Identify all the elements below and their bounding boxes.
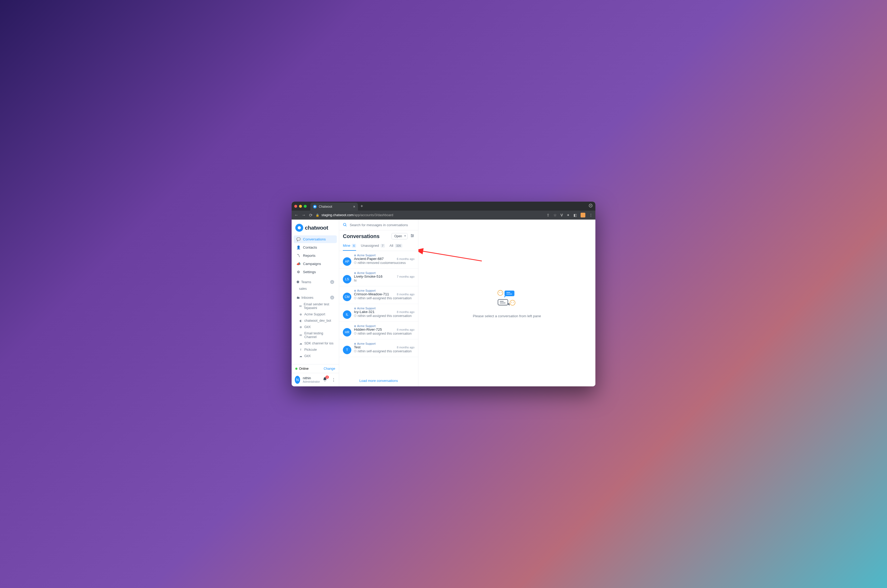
- inbox-type-icon: ✉: [299, 304, 302, 308]
- conversation-time: 6 months ago: [397, 257, 415, 261]
- inbox-type-icon: ☁: [299, 342, 302, 345]
- contact-name: Icy-Lake-321: [354, 310, 374, 314]
- inbox-item[interactable]: ☁GitX: [292, 353, 339, 359]
- nav-reports[interactable]: 〽 Reports: [294, 252, 337, 260]
- conversation-item[interactable]: TAcme SupportTest8 months agonithin self…: [339, 339, 418, 357]
- inbox-type-icon: ◐: [299, 319, 302, 322]
- conversation-tab[interactable]: Unassigned7: [361, 242, 385, 251]
- url-input[interactable]: 🔒 staging.chatwoot.com/app/accounts/3/da…: [316, 213, 543, 217]
- inbox-label: Email sender test Tejaswini: [304, 303, 336, 310]
- panel-icon[interactable]: ◧: [573, 213, 577, 217]
- folder-icon: 🖿: [296, 296, 300, 300]
- tab-count: 7: [380, 244, 385, 248]
- logo[interactable]: chatwoot: [292, 220, 339, 236]
- status-dot-icon: [295, 368, 298, 370]
- teams-icon: ⚉: [296, 280, 299, 284]
- status-row: Online Change: [292, 364, 339, 373]
- maximize-window-icon[interactable]: [304, 205, 307, 208]
- nav-conversations[interactable]: 💬 Conversations: [294, 236, 337, 243]
- conversation-item[interactable]: APAcme SupportAncient-Paper-6876 months …: [339, 251, 418, 268]
- inbox-label: chatwoot_dev_bot: [304, 319, 331, 322]
- share-icon[interactable]: ⇪: [547, 213, 550, 217]
- conversation-item[interactable]: ILAcme SupportIcy-Lake-3218 months agoni…: [339, 304, 418, 322]
- contact-name: Hidden-River-725: [354, 327, 382, 332]
- svg-point-8: [412, 237, 412, 237]
- svg-point-19: [511, 302, 512, 303]
- window-controls[interactable]: [294, 205, 307, 208]
- extensions-icon[interactable]: ✦: [567, 213, 570, 217]
- browser-window: Chatwoot × + ← → ⟳ 🔒 staging.chatwoot.co…: [292, 202, 595, 386]
- add-inbox-button[interactable]: +: [330, 296, 334, 300]
- contact-avatar: CM: [343, 292, 351, 301]
- inbox-item[interactable]: ◐chatwoot_dev_bot: [292, 318, 339, 324]
- nav-campaigns[interactable]: 📣 Campaigns: [294, 260, 337, 268]
- conversation-item[interactable]: LSAcme SupportLively-Smoke-5167 months a…: [339, 268, 418, 286]
- contact-name: Crimson-Meadow-711: [354, 292, 389, 296]
- browser-tab[interactable]: Chatwoot ×: [310, 202, 358, 211]
- load-more-button[interactable]: Load more conversations: [339, 375, 418, 386]
- browser-actions: ⇪ ☆ V ✦ ◧ ⋮: [547, 213, 593, 218]
- conversation-item[interactable]: HRAcme SupportHidden-River-7258 months a…: [339, 322, 418, 339]
- inbox-item[interactable]: ☁SDK channel for ios: [292, 340, 339, 346]
- user-avatar[interactable]: N: [295, 376, 300, 384]
- change-status-button[interactable]: Change: [323, 367, 335, 370]
- notifications-button[interactable]: 8: [323, 377, 327, 382]
- minimize-window-icon[interactable]: [299, 205, 302, 208]
- svg-point-10: [499, 292, 500, 292]
- nav-label: Campaigns: [303, 262, 321, 266]
- bookmark-icon[interactable]: ☆: [553, 213, 557, 217]
- profile-avatar-icon[interactable]: [580, 213, 585, 218]
- contact-avatar: T: [343, 346, 351, 354]
- conversation-time: 8 months ago: [397, 310, 415, 314]
- tab-label: Unassigned: [361, 244, 379, 248]
- nav-contacts[interactable]: 👤 Contacts: [294, 244, 337, 251]
- logo-text: chatwoot: [305, 225, 328, 231]
- tab-count: 6: [352, 244, 356, 248]
- reload-button[interactable]: ⟳: [309, 213, 313, 218]
- inbox-item[interactable]: fPickcute: [292, 346, 339, 353]
- main-pane: Please select a conversation from left p…: [418, 220, 595, 386]
- inbox-item[interactable]: ⊕Acme Support: [292, 311, 339, 318]
- back-button[interactable]: ←: [294, 213, 299, 218]
- filter-button[interactable]: [410, 234, 415, 239]
- user-menu-button[interactable]: ⋮: [332, 377, 336, 382]
- conversation-time: 7 months ago: [397, 275, 415, 278]
- contact-name: Ancient-Paper-687: [354, 257, 384, 261]
- extension-v-icon[interactable]: V: [561, 213, 563, 217]
- svg-rect-12: [505, 290, 514, 296]
- contact-name: Lively-Smoke-516: [354, 274, 382, 278]
- contact-avatar: AP: [343, 257, 351, 266]
- tab-count: 326: [395, 244, 402, 248]
- status-label: Online: [299, 367, 308, 370]
- svg-point-11: [501, 292, 502, 292]
- forward-button[interactable]: →: [302, 213, 306, 218]
- close-window-icon[interactable]: [294, 205, 297, 208]
- contact-name: Test: [354, 345, 361, 349]
- close-tab-icon[interactable]: ×: [353, 204, 355, 209]
- inbox-item[interactable]: ⊕GitX: [292, 324, 339, 330]
- contact-avatar: LS: [343, 275, 351, 284]
- browser-menu-icon[interactable]: ⋮: [589, 213, 593, 217]
- logo-icon: [295, 224, 303, 232]
- conversation-tab[interactable]: All326: [389, 242, 402, 251]
- user-name: nithin: [303, 376, 320, 380]
- team-item[interactable]: sales: [292, 285, 339, 292]
- add-team-button[interactable]: +: [330, 280, 334, 284]
- inbox-tag: Acme Support: [354, 324, 415, 327]
- tab-overflow-icon[interactable]: [588, 204, 593, 209]
- svg-point-18: [510, 300, 515, 305]
- inbox-type-icon: ⊕: [299, 313, 302, 316]
- url-path: /app/accounts/3/dashboard: [353, 213, 393, 217]
- chat-icon: 💬: [296, 237, 300, 241]
- conversation-tab[interactable]: Mine6: [343, 242, 356, 251]
- nav-settings[interactable]: ⚙ Settings: [294, 268, 337, 276]
- conversation-item[interactable]: CMAcme SupportCrimson-Meadow-7118 months…: [339, 286, 418, 304]
- new-tab-button[interactable]: +: [361, 204, 363, 208]
- inbox-item[interactable]: ✉Email sender test Tejaswini: [292, 301, 339, 311]
- inbox-item[interactable]: ✉Email testing Channel: [292, 330, 339, 340]
- inbox-label: Acme Support: [304, 312, 325, 316]
- search-input[interactable]: Search for messages in conversations: [339, 220, 418, 230]
- empty-state-icon: [495, 288, 519, 309]
- inbox-label: GitX: [304, 325, 311, 329]
- status-filter-select[interactable]: Open: [391, 233, 407, 239]
